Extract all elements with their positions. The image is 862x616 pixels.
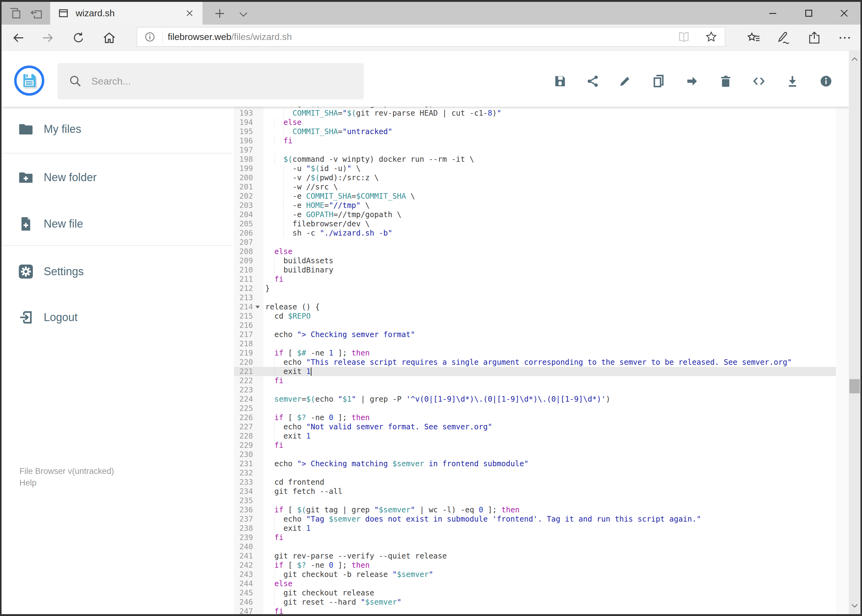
code-line[interactable]: if [ $? -ne 0 ]; then xyxy=(263,561,370,570)
copy-button[interactable] xyxy=(650,72,668,90)
code-line[interactable]: echo "Tag $semver does not exist in subm… xyxy=(263,514,701,524)
code-line[interactable] xyxy=(263,468,265,478)
code-line[interactable]: echo "> Checking semver format" xyxy=(263,330,415,339)
code-line[interactable]: $(command -v winpty) docker run --rm -it… xyxy=(263,155,474,164)
code-line[interactable]: exit 1 xyxy=(263,524,311,533)
tab-preview-button[interactable] xyxy=(7,5,23,21)
code-line[interactable] xyxy=(263,404,265,413)
code-line[interactable]: if [ $# -ne 1 ]; then xyxy=(263,349,370,358)
tabs-aside-button[interactable] xyxy=(28,5,45,21)
new-tab-button[interactable] xyxy=(211,6,229,21)
maximize-button[interactable] xyxy=(798,6,819,21)
more-options-button[interactable] xyxy=(835,29,855,47)
close-window-button[interactable] xyxy=(834,6,855,21)
save-button[interactable] xyxy=(551,72,569,90)
code-line[interactable]: fi xyxy=(263,607,284,614)
code-area[interactable]: 192 if [ "$(command -v git)" != "" ]; th… xyxy=(234,107,849,614)
code-line[interactable]: } xyxy=(263,284,270,293)
code-line[interactable] xyxy=(263,450,265,459)
scroll-up-button[interactable] xyxy=(849,53,860,66)
code-line[interactable] xyxy=(263,293,265,302)
code-view-button[interactable] xyxy=(750,72,768,90)
code-line[interactable]: if [ $(git tag | grep "$semver" | wc -l)… xyxy=(263,505,520,514)
code-line[interactable]: git checkout release xyxy=(263,588,374,597)
tab-list-button[interactable] xyxy=(235,7,251,21)
code-line[interactable]: if [ $? -ne 0 ]; then xyxy=(263,413,370,422)
search-box[interactable] xyxy=(58,63,364,99)
code-line[interactable] xyxy=(263,146,265,155)
code-line[interactable]: buildAssets xyxy=(263,256,333,266)
code-line[interactable]: -e HOME="//tmp" \ xyxy=(263,201,370,210)
code-line[interactable]: filebrowser/dev \ xyxy=(263,219,370,228)
code-line[interactable]: semver=$(echo "$1" | grep -P '^v(0|[1-9]… xyxy=(263,394,610,404)
scroll-down-button[interactable] xyxy=(849,599,860,612)
code-line[interactable]: fi xyxy=(263,275,284,284)
code-line[interactable]: git checkout -b release "$semver" xyxy=(263,570,433,579)
search-input[interactable] xyxy=(91,75,338,87)
code-line[interactable]: echo "Not valid semver format. See semve… xyxy=(263,422,492,432)
back-button[interactable] xyxy=(10,30,27,46)
home-button[interactable] xyxy=(101,30,118,46)
code-line[interactable]: git rev-parse --verify --quiet release xyxy=(263,552,447,561)
sidebar-item-settings[interactable]: Settings xyxy=(2,255,229,289)
delete-button[interactable] xyxy=(717,72,734,90)
code-line[interactable]: cd $REPO xyxy=(263,311,311,321)
download-button[interactable] xyxy=(783,72,801,90)
code-line[interactable] xyxy=(263,321,265,330)
code-line[interactable]: -w //src \ xyxy=(263,182,338,192)
code-line[interactable]: fi xyxy=(263,376,284,385)
code-line[interactable]: release () { xyxy=(263,302,320,311)
code-line[interactable] xyxy=(263,385,265,394)
reading-view-icon[interactable] xyxy=(678,30,690,43)
code-line[interactable]: -v /$(pwd):/src:z \ xyxy=(263,173,379,182)
help-link[interactable]: Help xyxy=(19,477,114,489)
scrollbar-thumb[interactable] xyxy=(849,379,860,393)
move-button[interactable] xyxy=(683,72,701,90)
web-note-button[interactable] xyxy=(774,29,793,47)
code-line[interactable]: git fetch --all xyxy=(263,487,342,496)
sidebar-item-new-file[interactable]: New file xyxy=(2,207,229,241)
code-line[interactable] xyxy=(263,339,265,349)
share-file-button[interactable] xyxy=(584,72,602,90)
browser-tab[interactable]: wizard.sh xyxy=(50,2,202,25)
sidebar-item-logout[interactable]: Logout xyxy=(2,300,229,334)
info-button[interactable] xyxy=(817,72,835,90)
code-line[interactable]: else xyxy=(263,247,293,256)
address-input[interactable]: filebrowser.web/files/wizard.sh xyxy=(137,27,725,47)
sidebar-item-new-folder[interactable]: New folder xyxy=(2,160,229,194)
code-line[interactable]: echo "This release script requires a sin… xyxy=(263,358,792,367)
edit-button[interactable] xyxy=(616,72,634,90)
refresh-button[interactable] xyxy=(70,30,87,46)
favorite-star-icon[interactable] xyxy=(704,30,718,44)
code-line[interactable]: echo "> Checking matching $semver in fro… xyxy=(263,459,529,468)
code-line[interactable] xyxy=(263,496,265,505)
code-line[interactable]: exit 1 xyxy=(263,367,311,376)
code-line[interactable]: sh -c "./wizard.sh -b" xyxy=(263,228,392,238)
editor-scrollbar-track[interactable] xyxy=(836,107,849,614)
code-line[interactable] xyxy=(263,238,265,247)
code-line[interactable]: -u "$(id -u)" \ xyxy=(263,164,361,173)
code-line[interactable]: cd frontend xyxy=(263,478,325,487)
code-line[interactable]: -e COMMIT_SHA=$COMMIT_SHA \ xyxy=(263,192,415,201)
code-line[interactable]: exit 1 xyxy=(263,432,311,441)
minimize-button[interactable] xyxy=(762,6,783,21)
code-line[interactable]: else xyxy=(263,118,302,127)
code-line[interactable]: fi xyxy=(263,441,284,450)
tab-close-button[interactable] xyxy=(183,6,196,20)
hub-favorites-button[interactable] xyxy=(744,29,764,47)
share-button[interactable] xyxy=(804,29,824,47)
code-line[interactable]: else xyxy=(263,579,293,588)
code-line[interactable]: buildBinary xyxy=(263,266,333,275)
page-scrollbar[interactable] xyxy=(849,51,860,614)
fold-marker-icon[interactable] xyxy=(255,306,260,308)
code-line[interactable] xyxy=(263,542,265,552)
code-line[interactable]: -e GOPATH=//tmp/gopath \ xyxy=(263,210,402,219)
code-line[interactable]: COMMIT_SHA="untracked" xyxy=(263,127,392,136)
sidebar-item-my-files[interactable]: My files xyxy=(2,112,229,146)
forward-button[interactable] xyxy=(39,30,56,46)
code-line[interactable]: fi xyxy=(263,533,284,542)
code-line[interactable]: fi xyxy=(263,136,293,146)
code-line[interactable]: git reset --hard "$semver" xyxy=(263,597,402,607)
info-icon[interactable] xyxy=(144,31,156,43)
code-line[interactable]: COMMIT_SHA="$(git rev-parse HEAD | cut -… xyxy=(263,108,501,118)
